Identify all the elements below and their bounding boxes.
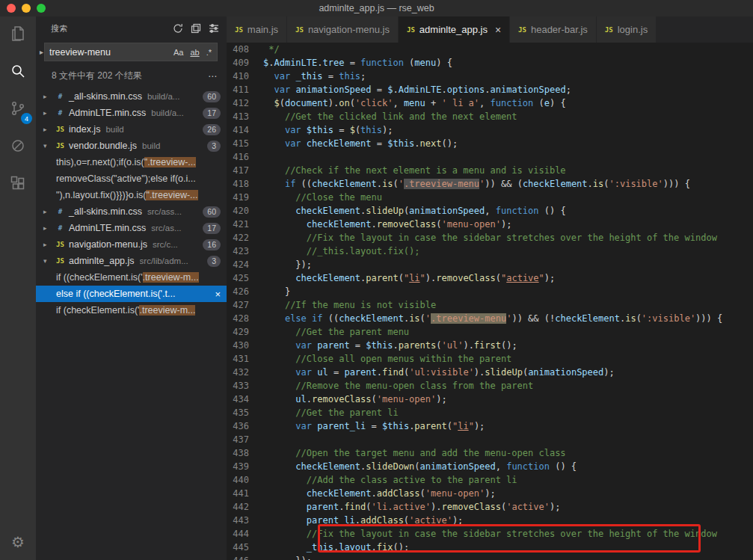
close-window-button[interactable] (7, 4, 16, 13)
code-line[interactable]: 422 //Fix the layout in case the sidebar… (227, 231, 753, 244)
search-result-file-_all-skins.min.css[interactable]: ▸#_all-skins.min.csssrc/ass...60 (36, 203, 227, 220)
chevron-right-icon[interactable]: ▸ (43, 93, 52, 100)
code-line[interactable]: 441 checkElement.addClass('menu-open'); (227, 487, 753, 500)
code-line[interactable]: 414 var $this = $(this); (227, 123, 753, 137)
code-line[interactable]: 416 (227, 150, 753, 164)
sidebar-item-search[interactable] (0, 54, 36, 91)
chevron-right-icon[interactable]: ▸ (43, 241, 52, 248)
search-result-match[interactable]: if ((checkElement.is('.treeview-m... (36, 269, 227, 286)
sidebar-item-extensions[interactable] (0, 166, 36, 203)
code-line[interactable]: 419 //Close the menu (227, 191, 753, 204)
search-result-file-AdminLTE.min.css[interactable]: ▸#AdminLTE.min.cssbuild/a...17 (36, 105, 227, 121)
code-line[interactable]: 442 parent.find('li.active').removeClass… (227, 500, 753, 514)
code-line[interactable]: 420 checkElement.slideUp(animationSpeed,… (227, 204, 753, 218)
tab-main.js[interactable]: JSmain.js (227, 16, 287, 43)
sidebar-item-debug[interactable] (0, 129, 36, 166)
code-line[interactable]: 426 } (227, 285, 753, 298)
search-result-file-vendor.bundle.js[interactable]: ▾JSvendor.bundle.jsbuild3 (36, 138, 227, 154)
search-result-file-AdminLTE.min.css[interactable]: ▸#AdminLTE.min.csssrc/as...17 (36, 220, 227, 236)
code-line[interactable]: 446 }); (227, 554, 753, 560)
code-line[interactable]: 436 var parent_li = $this.parent("li"); (227, 419, 753, 433)
code-line[interactable]: 424 }); (227, 258, 753, 271)
code-line[interactable]: 445 _this.layout.fix(); (227, 541, 753, 554)
search-result-match[interactable]: else if ((checkElement.is('.t...× (36, 286, 227, 302)
code-line[interactable]: 429 //Get the parent menu (227, 325, 753, 339)
tab-navigation-menu.js[interactable]: JSnavigation-menu.js (287, 16, 399, 43)
code-line[interactable]: 435 //Get the parent li (227, 406, 753, 419)
code-line[interactable]: 413 //Get the clicked link and the next … (227, 110, 753, 123)
code-line[interactable]: 412 $(document).on('click', menu + ' li … (227, 96, 753, 110)
regex-toggle[interactable]: .* (203, 46, 215, 58)
editor[interactable]: 408 */409$.AdminLTE.tree = function (men… (227, 43, 753, 560)
code-line[interactable]: 437 (227, 433, 753, 446)
chevron-right-icon[interactable]: ▸ (43, 208, 52, 215)
chevron-right-icon[interactable]: ▸ (43, 126, 52, 133)
search-result-file-adminlte_app.js[interactable]: ▾JSadminlte_app.jssrc/lib/adm...3 (36, 253, 227, 269)
line-number: 434 (227, 393, 249, 406)
code-line[interactable]: 408 */ (227, 43, 753, 56)
match-text: "),n.layout.fix()}})}o.is(".treeview-... (56, 190, 221, 200)
more-actions-icon[interactable]: ⋯ (208, 71, 218, 81)
code-line[interactable]: 418 if ((checkElement.is('.treeview-menu… (227, 177, 753, 191)
code-line[interactable]: 434 ul.removeClass('menu-open'); (227, 393, 753, 406)
code-line[interactable]: 430 var parent = $this.parents('ul').fir… (227, 339, 753, 352)
match-text: if ((checkElement.is('.treeview-m... (56, 272, 221, 283)
chevron-down-icon[interactable]: ▾ (43, 142, 52, 150)
match-case-toggle[interactable]: Aa (170, 46, 186, 58)
code-line[interactable]: 415 var checkElement = $this.next(); (227, 137, 753, 150)
search-result-match[interactable]: this),o=r.next();if(o.is(".treeview-... (36, 154, 227, 170)
sidebar-item-source-control[interactable]: 4 (0, 91, 36, 129)
search-details-icon[interactable] (209, 23, 219, 35)
chevron-down-icon[interactable]: ▾ (43, 257, 52, 265)
line-number: 443 (227, 514, 249, 527)
tab-header-bar.js[interactable]: JSheader-bar.js (510, 16, 597, 43)
refresh-icon[interactable] (173, 23, 183, 35)
chevron-right-icon[interactable]: ▸ (43, 224, 52, 232)
code-line[interactable]: 410 var _this = this; (227, 70, 753, 83)
code-line[interactable]: 431 //Close all open menus within the pa… (227, 352, 753, 366)
code-line[interactable]: 439 checkElement.slideDown(animationSpee… (227, 460, 753, 473)
whole-word-toggle[interactable]: ab (187, 46, 202, 58)
code-line[interactable]: 428 else if ((checkElement.is('.treeview… (227, 312, 753, 325)
code-line[interactable]: 423 //_this.layout.fix(); (227, 244, 753, 258)
line-number: 431 (227, 352, 249, 366)
file-name: adminlte_app.js (69, 256, 135, 266)
code-line[interactable]: 409$.AdminLTE.tree = function (menu) { (227, 56, 753, 70)
code-line[interactable]: 411 var animationSpeed = $.AdminLTE.opti… (227, 83, 753, 96)
code-line[interactable]: 440 //Add the class active to the parent… (227, 473, 753, 487)
search-input[interactable] (49, 47, 170, 58)
toggle-replace-chevron-icon[interactable]: ▸ (39, 48, 44, 56)
sidebar-item-explorer[interactable] (0, 16, 36, 54)
code-line[interactable]: 432 var ul = parent.find('ul:visible').s… (227, 366, 753, 379)
tab-login.js[interactable]: JSlogin.js (597, 16, 657, 43)
code-line[interactable]: 438 //Open the target menu and add the m… (227, 446, 753, 460)
search-result-match[interactable]: if (checkElement.is('.treeview-m... (36, 302, 227, 319)
search-result-file-_all-skins.min.css[interactable]: ▸#_all-skins.min.cssbuild/a...60 (36, 88, 227, 105)
search-result-match[interactable]: removeClass("active");else if(o.i... (36, 170, 227, 187)
tab-adminlte_app.js[interactable]: JSadminlte_app.js× (399, 16, 510, 43)
search-result-file-navigation-menu.js[interactable]: ▸JSnavigation-menu.jssrc/c...16 (36, 236, 227, 253)
code-line[interactable]: 443 parent_li.addClass('active'); (227, 514, 753, 527)
line-content: $(document).on('click', menu + ' li a', … (263, 96, 566, 110)
tab-close-icon[interactable]: × (495, 24, 501, 36)
file-name: _all-skins.min.css (69, 91, 142, 102)
css-file-icon: # (55, 208, 66, 215)
minimize-window-button[interactable] (22, 4, 31, 13)
chevron-right-icon[interactable]: ▸ (43, 109, 52, 117)
collapse-results-icon[interactable] (191, 23, 201, 35)
settings-gear-icon[interactable]: ⚙ (0, 524, 36, 560)
dismiss-match-icon[interactable]: × (215, 289, 221, 300)
zoom-window-button[interactable] (37, 4, 46, 13)
tab-label: navigation-menu.js (308, 24, 390, 35)
search-result-match[interactable]: "),n.layout.fix()}})}o.is(".treeview-... (36, 187, 227, 203)
line-content: checkElement.slideDown(animationSpeed, f… (263, 460, 577, 473)
code-line[interactable]: 421 checkElement.removeClass('menu-open'… (227, 218, 753, 231)
code-line[interactable]: 425 checkElement.parent("li").removeClas… (227, 271, 753, 285)
code-line[interactable]: 433 //Remove the menu-open class from th… (227, 379, 753, 393)
line-content: //Remove the menu-open class from the pa… (263, 379, 533, 393)
code-line[interactable]: 444 //Fix the layout in case the sidebar… (227, 527, 753, 541)
code-line[interactable]: 427 //If the menu is not visible (227, 298, 753, 312)
match-count-badge: 3 (207, 256, 221, 267)
code-line[interactable]: 417 //Check if the next element is a men… (227, 164, 753, 177)
search-result-file-index.js[interactable]: ▸JSindex.jsbuild26 (36, 121, 227, 138)
